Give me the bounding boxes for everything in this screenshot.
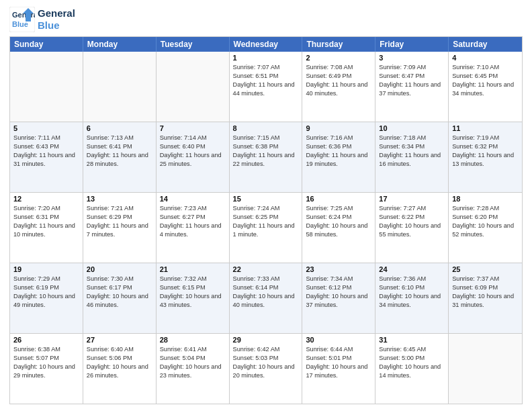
day-header-wednesday: Wednesday <box>230 37 303 52</box>
day-number: 11 <box>452 124 519 132</box>
day-cell-21: 21Sunrise: 7:32 AM Sunset: 6:15 PM Dayli… <box>157 263 230 333</box>
day-cell-3: 3Sunrise: 7:09 AM Sunset: 6:47 PM Daylig… <box>375 52 449 122</box>
day-detail: Sunrise: 7:30 AM Sunset: 6:17 PM Dayligh… <box>87 275 152 310</box>
day-detail: Sunrise: 6:44 AM Sunset: 5:01 PM Dayligh… <box>306 345 371 380</box>
day-detail: Sunrise: 7:13 AM Sunset: 6:41 PM Dayligh… <box>87 134 152 169</box>
day-number: 19 <box>13 265 79 273</box>
empty-cell <box>10 52 83 122</box>
day-number: 3 <box>379 54 445 62</box>
day-cell-10: 10Sunrise: 7:18 AM Sunset: 6:34 PM Dayli… <box>375 122 449 192</box>
day-cell-28: 28Sunrise: 6:41 AM Sunset: 5:04 PM Dayli… <box>157 334 230 404</box>
day-number: 23 <box>306 265 371 273</box>
day-number: 17 <box>379 195 445 203</box>
day-detail: Sunrise: 7:37 AM Sunset: 6:09 PM Dayligh… <box>452 275 519 310</box>
day-header-saturday: Saturday <box>449 37 522 52</box>
day-cell-25: 25Sunrise: 7:37 AM Sunset: 6:09 PM Dayli… <box>449 263 522 333</box>
day-detail: Sunrise: 7:14 AM Sunset: 6:40 PM Dayligh… <box>160 134 226 169</box>
logo: General Blue GeneralBlue <box>9 7 75 32</box>
day-detail: Sunrise: 7:36 AM Sunset: 6:10 PM Dayligh… <box>379 275 445 310</box>
logo-icon: General Blue <box>9 7 35 32</box>
day-detail: Sunrise: 7:19 AM Sunset: 6:32 PM Dayligh… <box>452 134 519 169</box>
day-detail: Sunrise: 7:23 AM Sunset: 6:27 PM Dayligh… <box>160 204 226 239</box>
day-cell-8: 8Sunrise: 7:15 AM Sunset: 6:38 PM Daylig… <box>230 122 303 192</box>
day-number: 9 <box>306 124 371 132</box>
calendar: SundayMondayTuesdayWednesdayThursdayFrid… <box>9 36 523 404</box>
day-detail: Sunrise: 7:15 AM Sunset: 6:38 PM Dayligh… <box>233 134 299 169</box>
day-number: 16 <box>306 195 371 203</box>
day-detail: Sunrise: 7:11 AM Sunset: 6:43 PM Dayligh… <box>13 134 79 169</box>
day-number: 5 <box>13 124 79 132</box>
day-cell-23: 23Sunrise: 7:34 AM Sunset: 6:12 PM Dayli… <box>302 263 375 333</box>
day-cell-7: 7Sunrise: 7:14 AM Sunset: 6:40 PM Daylig… <box>157 122 230 192</box>
day-number: 1 <box>233 54 299 62</box>
calendar-row-4: 26Sunrise: 6:38 AM Sunset: 5:07 PM Dayli… <box>10 333 522 404</box>
day-header-monday: Monday <box>83 37 157 52</box>
day-number: 15 <box>233 195 299 203</box>
day-number: 30 <box>306 336 371 344</box>
day-cell-12: 12Sunrise: 7:20 AM Sunset: 6:31 PM Dayli… <box>10 193 83 263</box>
day-number: 6 <box>87 124 152 132</box>
day-detail: Sunrise: 7:21 AM Sunset: 6:29 PM Dayligh… <box>87 204 152 239</box>
day-detail: Sunrise: 7:10 AM Sunset: 6:45 PM Dayligh… <box>452 63 519 98</box>
calendar-body: 1Sunrise: 7:07 AM Sunset: 6:51 PM Daylig… <box>10 52 522 404</box>
day-header-tuesday: Tuesday <box>157 37 230 52</box>
calendar-row-2: 12Sunrise: 7:20 AM Sunset: 6:31 PM Dayli… <box>10 192 522 263</box>
day-cell-16: 16Sunrise: 7:25 AM Sunset: 6:24 PM Dayli… <box>302 193 375 263</box>
empty-cell <box>83 52 157 122</box>
day-cell-22: 22Sunrise: 7:33 AM Sunset: 6:14 PM Dayli… <box>230 263 303 333</box>
header: General Blue GeneralBlue <box>9 7 523 32</box>
day-number: 14 <box>160 195 226 203</box>
day-cell-17: 17Sunrise: 7:27 AM Sunset: 6:22 PM Dayli… <box>375 193 449 263</box>
day-cell-6: 6Sunrise: 7:13 AM Sunset: 6:41 PM Daylig… <box>83 122 157 192</box>
day-detail: Sunrise: 7:18 AM Sunset: 6:34 PM Dayligh… <box>379 134 445 169</box>
logo-text: GeneralBlue <box>38 7 75 32</box>
day-header-thursday: Thursday <box>302 37 375 52</box>
empty-cell <box>449 334 522 404</box>
day-header-sunday: Sunday <box>10 37 83 52</box>
day-detail: Sunrise: 7:09 AM Sunset: 6:47 PM Dayligh… <box>379 63 445 98</box>
day-cell-14: 14Sunrise: 7:23 AM Sunset: 6:27 PM Dayli… <box>157 193 230 263</box>
day-detail: Sunrise: 6:41 AM Sunset: 5:04 PM Dayligh… <box>160 345 226 380</box>
day-number: 12 <box>13 195 79 203</box>
day-detail: Sunrise: 7:16 AM Sunset: 6:36 PM Dayligh… <box>306 134 371 169</box>
day-cell-29: 29Sunrise: 6:42 AM Sunset: 5:03 PM Dayli… <box>230 334 303 404</box>
day-detail: Sunrise: 7:27 AM Sunset: 6:22 PM Dayligh… <box>379 204 445 239</box>
page: General Blue GeneralBlue SundayMondayTue… <box>0 0 532 411</box>
day-number: 21 <box>160 265 226 273</box>
day-detail: Sunrise: 6:40 AM Sunset: 5:06 PM Dayligh… <box>87 345 152 380</box>
day-detail: Sunrise: 7:33 AM Sunset: 6:14 PM Dayligh… <box>233 275 299 310</box>
day-header-friday: Friday <box>375 37 449 52</box>
day-detail: Sunrise: 7:34 AM Sunset: 6:12 PM Dayligh… <box>306 275 371 310</box>
day-cell-20: 20Sunrise: 7:30 AM Sunset: 6:17 PM Dayli… <box>83 263 157 333</box>
day-number: 2 <box>306 54 371 62</box>
day-number: 27 <box>87 336 152 344</box>
day-cell-24: 24Sunrise: 7:36 AM Sunset: 6:10 PM Dayli… <box>375 263 449 333</box>
calendar-header: SundayMondayTuesdayWednesdayThursdayFrid… <box>10 37 522 52</box>
day-cell-30: 30Sunrise: 6:44 AM Sunset: 5:01 PM Dayli… <box>302 334 375 404</box>
day-cell-19: 19Sunrise: 7:29 AM Sunset: 6:19 PM Dayli… <box>10 263 83 333</box>
day-number: 7 <box>160 124 226 132</box>
day-detail: Sunrise: 7:24 AM Sunset: 6:25 PM Dayligh… <box>233 204 299 239</box>
day-cell-11: 11Sunrise: 7:19 AM Sunset: 6:32 PM Dayli… <box>449 122 522 192</box>
day-number: 4 <box>452 54 519 62</box>
day-cell-9: 9Sunrise: 7:16 AM Sunset: 6:36 PM Daylig… <box>302 122 375 192</box>
day-cell-13: 13Sunrise: 7:21 AM Sunset: 6:29 PM Dayli… <box>83 193 157 263</box>
empty-cell <box>157 52 230 122</box>
day-detail: Sunrise: 7:25 AM Sunset: 6:24 PM Dayligh… <box>306 204 371 239</box>
day-number: 22 <box>233 265 299 273</box>
day-cell-31: 31Sunrise: 6:45 AM Sunset: 5:00 PM Dayli… <box>375 334 449 404</box>
day-cell-18: 18Sunrise: 7:28 AM Sunset: 6:20 PM Dayli… <box>449 193 522 263</box>
day-number: 10 <box>379 124 445 132</box>
day-cell-2: 2Sunrise: 7:08 AM Sunset: 6:49 PM Daylig… <box>302 52 375 122</box>
day-number: 13 <box>87 195 152 203</box>
day-detail: Sunrise: 7:29 AM Sunset: 6:19 PM Dayligh… <box>13 275 79 310</box>
day-number: 8 <box>233 124 299 132</box>
day-cell-4: 4Sunrise: 7:10 AM Sunset: 6:45 PM Daylig… <box>449 52 522 122</box>
day-number: 28 <box>160 336 226 344</box>
day-detail: Sunrise: 7:08 AM Sunset: 6:49 PM Dayligh… <box>306 63 371 98</box>
day-cell-1: 1Sunrise: 7:07 AM Sunset: 6:51 PM Daylig… <box>230 52 303 122</box>
calendar-row-3: 19Sunrise: 7:29 AM Sunset: 6:19 PM Dayli… <box>10 263 522 333</box>
day-number: 31 <box>379 336 445 344</box>
day-cell-26: 26Sunrise: 6:38 AM Sunset: 5:07 PM Dayli… <box>10 334 83 404</box>
day-number: 26 <box>13 336 79 344</box>
